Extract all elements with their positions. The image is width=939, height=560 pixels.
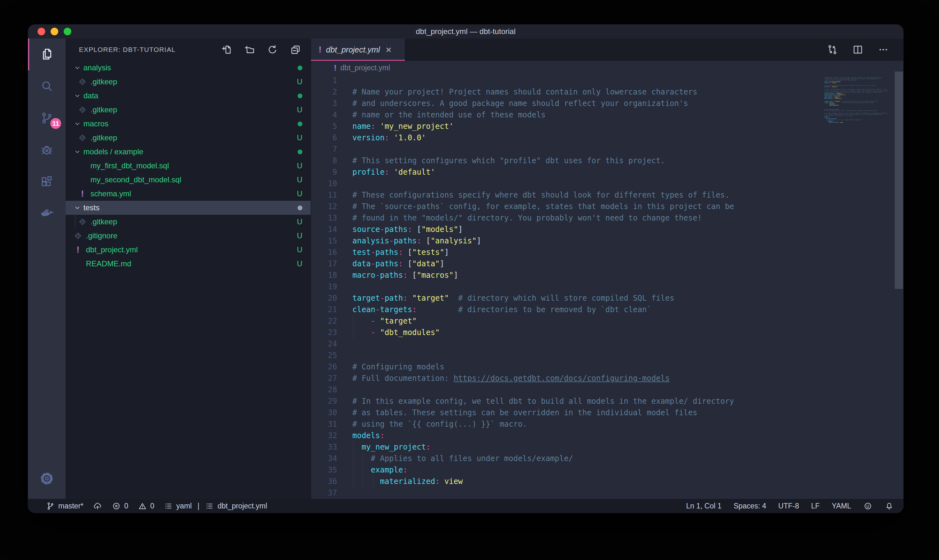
editor-scrollbar[interactable] [895,72,903,289]
breadcrumb[interactable]: ! dbt_project.yml [311,61,904,75]
zoom-window-button[interactable] [64,28,71,35]
open-changes-icon[interactable] [826,44,838,56]
refresh-icon[interactable] [267,44,278,55]
line-number: 12 [311,201,337,212]
status-error-count[interactable]: 0 [112,502,128,511]
code-line[interactable]: 18macro-paths: ["macros"] [311,269,824,281]
code-line[interactable]: 25 [311,350,824,361]
code-line[interactable]: 22 - "target" [311,315,824,327]
close-window-button[interactable] [38,28,45,35]
close-tab-icon[interactable]: × [386,45,392,55]
status-encoding[interactable]: UTF-8 [778,502,799,510]
code-line[interactable]: 23 - "dbt_modules" [311,327,824,338]
activity-docker-button[interactable] [28,198,66,229]
line-number: 3 [311,98,337,109]
code-line[interactable]: 26# Configuring models [311,361,824,372]
code-line[interactable]: 1 [311,75,824,86]
code-line-text: test-paths: ["tests"] [353,246,824,258]
activity-extensions-button[interactable] [28,166,66,198]
code-area[interactable]: 12# Name your project! Project names sho… [311,75,824,499]
status-linter-yaml[interactable]: yaml [164,502,192,511]
code-line[interactable]: 16test-paths: ["tests"] [311,246,824,258]
activity-source-control-button[interactable]: 11 [28,102,66,134]
tree-item-tests[interactable]: tests [66,201,311,215]
tree-item-models-example[interactable]: models / example [66,145,311,159]
status-indentation[interactable]: Spaces: 4 [734,502,766,510]
code-line[interactable]: 6version: '1.0.0' [311,132,824,143]
code-line[interactable]: 17data-paths: ["data"] [311,258,824,269]
tree-item-analysis[interactable]: analysis [66,61,311,75]
minimap[interactable]: # Name your project! Project names shoul… [824,75,895,499]
code-line[interactable]: 5name: 'my_new_project' [311,121,824,132]
split-editor-icon[interactable] [852,44,864,56]
code-line[interactable]: 8# This setting configures which "profil… [311,155,824,166]
code-line[interactable]: 32models: [311,430,824,441]
code-line[interactable]: 9profile: 'default' [311,166,824,178]
code-line[interactable]: 20target-path: "target" # directory whic… [311,292,824,304]
line-number: 5 [311,121,337,132]
tree-item-data[interactable]: data [66,89,311,103]
tree-item--gitignore[interactable]: .gitignoreU [66,229,311,243]
status-publish-changes[interactable] [93,502,102,511]
code-line[interactable]: 7 [311,143,824,155]
title-bar[interactable]: dbt_project.yml — dbt-tutorial [28,25,904,38]
status-notifications[interactable] [885,502,894,511]
status-branch-indicator-label: master* [58,502,83,510]
code-line[interactable]: 27# Full documentation: https://docs.get… [311,372,824,384]
tree-item-macros[interactable]: macros [66,117,311,131]
code-line[interactable]: 2# Name your project! Project names shou… [311,86,824,98]
new-folder-icon[interactable] [244,44,255,55]
editor-body: 12# Name your project! Project names sho… [311,75,904,499]
tab-dbt-project-yml[interactable]: ! dbt_project.yml × [311,38,405,61]
code-line[interactable]: 12# The `source-paths` config, for examp… [311,201,824,212]
modified-dot-badge [298,149,302,154]
code-line[interactable]: 11# These configurations specify where d… [311,189,824,201]
collapse-all-icon[interactable] [289,44,301,55]
tree-item--gitkeep[interactable]: .gitkeepU [66,103,311,117]
code-line[interactable]: 34 # Applies to all files under models/e… [311,453,824,464]
minimize-window-button[interactable] [51,28,58,35]
code-line[interactable]: 3# and underscores. A good package name … [311,98,824,109]
tree-item-readme-md[interactable]: README.mdU [66,257,311,271]
tree-item--gitkeep[interactable]: .gitkeepU [66,131,311,145]
code-line[interactable]: 29# In this example config, we tell dbt … [311,395,824,407]
code-line[interactable]: 31# using the `{{ config(...) }}` macro. [311,418,824,430]
code-line[interactable]: 36 materialized: view [311,476,824,487]
tree-item-schema-yml[interactable]: !schema.ymlU [66,187,311,201]
code-line-text: analysis-paths: ["analysis"] [353,235,824,246]
code-line[interactable]: 4# name or the intended use of these mod… [311,109,824,121]
code-line[interactable]: 28 [311,384,824,395]
code-line[interactable]: 19 [311,281,824,292]
status-active-file-indicator[interactable]: dbt_project.yml [205,502,267,511]
code-line[interactable]: 24 [311,338,824,350]
code-line[interactable]: 10 [311,178,824,189]
tree-item-dbt-project-yml[interactable]: !dbt_project.ymlU [66,243,311,257]
tree-item-my-first-dbt-model-sql[interactable]: my_first_dbt_model.sqlU [66,159,311,173]
more-actions-icon[interactable] [877,44,889,56]
code-line[interactable]: 35 example: [311,464,824,476]
status-warning-count[interactable]: 0 [138,502,154,511]
code-line[interactable]: 21clean-targets: # directories to be rem… [311,304,824,315]
tree-item--gitkeep[interactable]: .gitkeepU [66,75,311,89]
tree-item-my-second-dbt-model-sql[interactable]: my_second_dbt_model.sqlU [66,173,311,187]
code-line[interactable]: 37 [311,487,824,498]
status-indentation-label: Spaces: 4 [734,502,766,510]
status-cursor-position[interactable]: Ln 1, Col 1 [686,502,722,510]
code-line[interactable]: 15analysis-paths: ["analysis"] [311,235,824,246]
code-line[interactable]: 13# found in the "models/" directory. Yo… [311,212,824,224]
code-line[interactable]: 33 my_new_project: [311,441,824,453]
status-branch-indicator[interactable]: master* [46,502,83,511]
new-file-icon[interactable] [221,44,232,55]
code-line[interactable]: 30# as tables. These settings can be ove… [311,407,824,418]
git-status-badge [293,91,302,100]
status-feedback[interactable] [863,502,873,511]
activity-files-button[interactable] [28,38,66,70]
line-number: 34 [311,453,337,464]
tree-item--gitkeep[interactable]: .gitkeepU [66,215,311,229]
status-language-mode[interactable]: YAML [832,502,851,510]
code-line[interactable]: 14source-paths: ["models"] [311,224,824,235]
activity-debug-button[interactable] [28,134,66,166]
activity-gear-button[interactable] [28,463,66,494]
activity-search-button[interactable] [28,70,66,102]
status-eol-style[interactable]: LF [811,502,820,510]
